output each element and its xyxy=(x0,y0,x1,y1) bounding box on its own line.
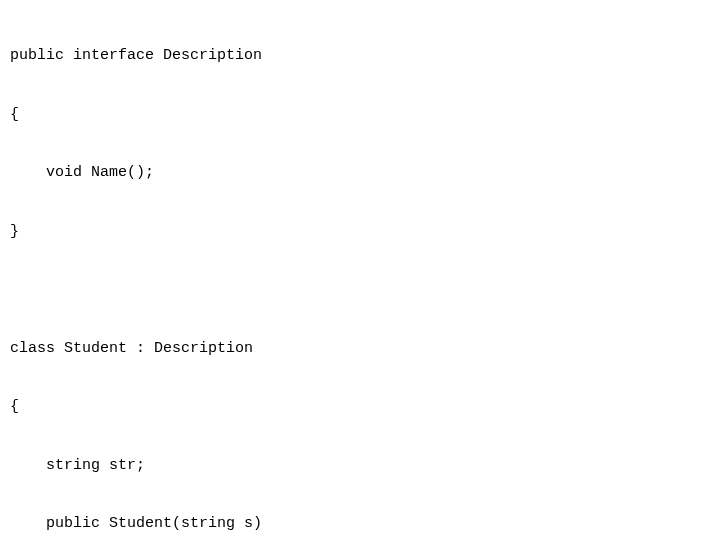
code-line: { xyxy=(10,100,720,129)
code-line: } xyxy=(10,217,720,246)
code-line: string str; xyxy=(10,451,720,480)
code-line: { xyxy=(10,392,720,421)
code-line: class Student : Description xyxy=(10,334,720,363)
code-line: void Name(); xyxy=(10,158,720,187)
code-line xyxy=(10,275,720,304)
code-block: public interface Description { void Name… xyxy=(10,12,720,540)
code-line: public Student(string s) xyxy=(10,509,720,538)
code-line: public interface Description xyxy=(10,41,720,70)
